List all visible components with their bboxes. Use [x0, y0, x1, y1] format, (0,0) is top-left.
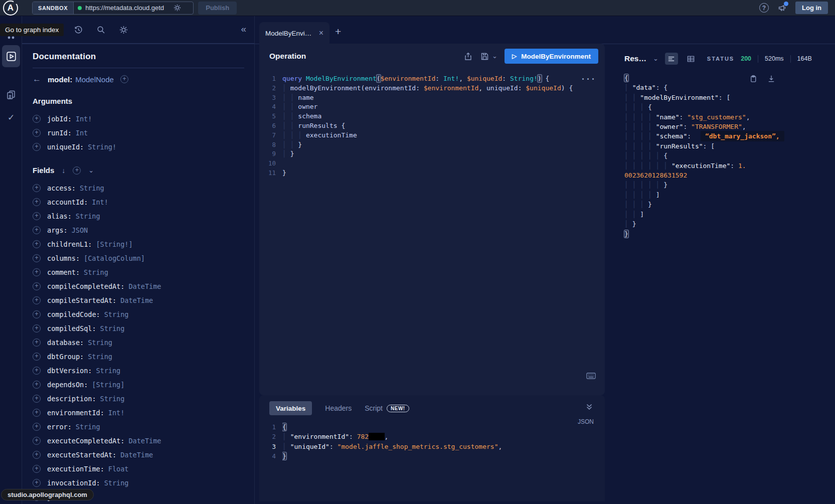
variables-json-text[interactable]: {│ "environmentId": 782 ,│ "uniqueId": "…	[282, 421, 605, 501]
field-row[interactable]: +comment:String	[33, 265, 244, 279]
field-row[interactable]: +access:String	[33, 181, 244, 195]
editor-more-menu-icon[interactable]: ···	[581, 75, 596, 84]
fields-heading: Fields	[33, 166, 54, 175]
collapse-variables-icon[interactable]	[585, 402, 594, 411]
add-field-icon[interactable]: +	[33, 240, 41, 248]
add-field-icon[interactable]: +	[33, 310, 41, 318]
apollo-logo-icon[interactable]: A	[3, 1, 18, 16]
argument-row[interactable]: +uniqueId:String!	[33, 140, 244, 154]
operation-tab[interactable]: ModelByEnvi… ×	[259, 22, 329, 44]
add-model-icon[interactable]: +	[120, 75, 128, 83]
field-row[interactable]: +dbtGroup:String	[33, 350, 244, 364]
field-row[interactable]: +description:String	[33, 392, 244, 406]
add-field-icon[interactable]: +	[33, 395, 41, 403]
sidebar-item-checks[interactable]: ✓	[0, 112, 22, 123]
tab-script[interactable]: Script	[365, 404, 383, 412]
field-row[interactable]: +executionTime:Float	[33, 462, 244, 476]
endpoint-url-input[interactable]: https://metadata.cloud.getd	[85, 4, 170, 12]
add-field-icon[interactable]: +	[33, 212, 41, 220]
sidebar-item-operation-collections[interactable]	[0, 89, 22, 100]
tab-headers[interactable]: Headers	[325, 404, 352, 412]
variables-editor[interactable]: 1234 {│ "environmentId": 782 ,│ "uniqueI…	[259, 421, 605, 501]
add-field-icon[interactable]: +	[33, 324, 41, 332]
save-icon[interactable]	[480, 52, 489, 61]
search-icon[interactable]	[96, 25, 106, 35]
back-arrow-icon[interactable]: ←	[33, 74, 41, 84]
announcements-megaphone-icon[interactable]	[777, 3, 787, 13]
close-tab-icon[interactable]: ×	[319, 29, 323, 37]
code-line: │ │ │ {	[624, 102, 830, 112]
field-row[interactable]: +compiledSql:String	[33, 321, 244, 335]
field-row[interactable]: +executeStartedAt:DateTime	[33, 448, 244, 462]
new-tab-icon[interactable]: +	[335, 26, 341, 37]
code-line: │ "environmentId": 782 ,	[282, 432, 605, 441]
add-field-icon[interactable]: +	[33, 479, 41, 487]
field-row[interactable]: +compileCompletedAt:DateTime	[33, 279, 244, 293]
field-row[interactable]: +alias:String	[33, 209, 244, 223]
collapse-panel-icon[interactable]: «	[241, 24, 246, 34]
field-row[interactable]: +compileStartedAt:DateTime	[33, 293, 244, 307]
help-icon[interactable]: ?	[759, 3, 769, 13]
code-line: │ │ │ │ "owner": "TRANSFORMER",	[624, 122, 830, 131]
add-field-icon[interactable]: +	[33, 353, 41, 361]
add-field-icon[interactable]: +	[33, 381, 41, 389]
keyboard-shortcuts-icon[interactable]	[586, 373, 596, 379]
argument-row[interactable]: +jobId:Int!	[33, 112, 244, 126]
top-bar: A SANDBOX https://metadata.cloud.getd Pu…	[0, 0, 835, 16]
table-view-toggle[interactable]	[685, 53, 698, 65]
field-row[interactable]: +args:JSON	[33, 223, 244, 237]
endpoint-url-bar[interactable]: SANDBOX https://metadata.cloud.getd	[32, 2, 194, 15]
add-field-icon[interactable]: +	[33, 451, 41, 459]
field-row[interactable]: +executeCompletedAt:DateTime	[33, 434, 244, 448]
field-name: dbtVersion:	[47, 367, 92, 375]
field-row[interactable]: +invocationId:String	[33, 476, 244, 490]
save-options-chevron-icon[interactable]: ⌄	[492, 54, 497, 58]
add-field-icon[interactable]: +	[33, 282, 41, 290]
endpoint-settings-gear-icon[interactable]	[173, 4, 182, 12]
login-button[interactable]: Log in	[795, 2, 828, 14]
add-field-icon[interactable]: +	[33, 465, 41, 473]
add-field-icon[interactable]: +	[33, 339, 41, 347]
response-options-chevron-icon[interactable]: ⌄	[653, 57, 658, 61]
add-field-icon[interactable]: +	[33, 198, 41, 206]
add-field-icon[interactable]: +	[33, 254, 41, 262]
copy-response-icon[interactable]	[749, 74, 758, 83]
field-row[interactable]: +dbtVersion:String	[33, 364, 244, 378]
add-field-icon[interactable]: +	[33, 143, 41, 151]
field-row[interactable]: +database:String	[33, 335, 244, 350]
history-icon[interactable]	[74, 25, 83, 35]
publish-button[interactable]: Publish	[198, 2, 237, 15]
share-icon[interactable]	[463, 52, 473, 61]
tab-variables[interactable]: Variables	[269, 401, 312, 415]
settings-gear-icon[interactable]	[119, 25, 128, 35]
add-field-icon[interactable]: +	[33, 423, 41, 431]
field-row[interactable]: +accountId:Int!	[33, 195, 244, 209]
download-response-icon[interactable]	[767, 74, 776, 83]
add-field-icon[interactable]: +	[33, 268, 41, 276]
run-operation-button[interactable]: ▷ ModelByEnvironment	[505, 49, 598, 64]
sort-fields-icon[interactable]: ↓	[62, 166, 65, 175]
fields-options-chevron-icon[interactable]: ⌄	[88, 169, 94, 173]
add-field-icon[interactable]: +	[33, 367, 41, 375]
add-all-fields-icon[interactable]: +	[73, 166, 81, 175]
field-row[interactable]: +error:String	[33, 420, 244, 434]
add-field-icon[interactable]: +	[33, 437, 41, 445]
field-type: DateTime	[128, 282, 161, 290]
field-row[interactable]: +childrenL1:[String!]	[33, 237, 244, 251]
tree-view-toggle[interactable]	[665, 53, 678, 65]
graphql-editor[interactable]: 1234567891011 query ModelByEnvironment($…	[259, 69, 605, 395]
add-field-icon[interactable]: +	[33, 409, 41, 417]
field-row[interactable]: +environmentId:Int!	[33, 406, 244, 420]
field-row[interactable]: +columns:[CatalogColumn]	[33, 251, 244, 265]
field-row[interactable]: +dependsOn:[String]	[33, 378, 244, 392]
doc-model-type-link[interactable]: ModelNode	[75, 75, 114, 84]
sidebar-item-explorer[interactable]	[2, 45, 20, 67]
add-field-icon[interactable]: +	[33, 129, 41, 137]
argument-row[interactable]: +runId:Int	[33, 126, 244, 140]
add-field-icon[interactable]: +	[33, 115, 41, 123]
field-row[interactable]: +compiledCode:String	[33, 307, 244, 321]
add-field-icon[interactable]: +	[33, 184, 41, 192]
add-field-icon[interactable]: +	[33, 226, 41, 234]
add-field-icon[interactable]: +	[33, 296, 41, 304]
graphql-query-text[interactable]: query ModelByEnvironment($environmentId:…	[282, 69, 605, 395]
